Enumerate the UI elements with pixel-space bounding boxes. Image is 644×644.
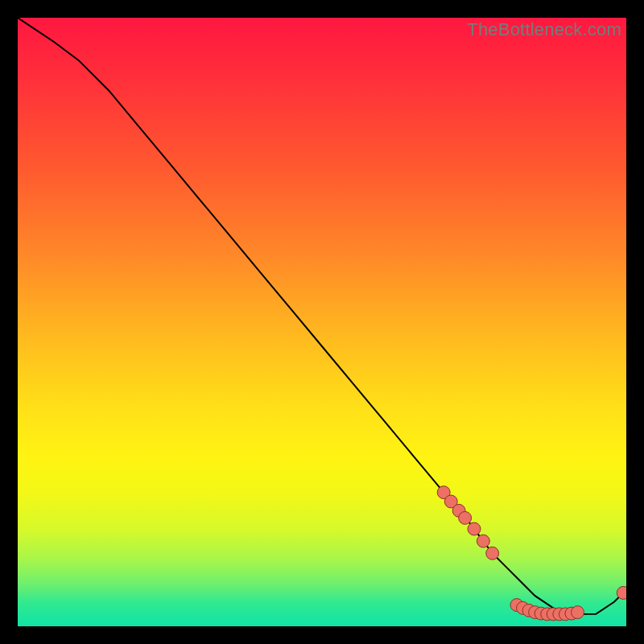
chart-overlay [18,18,626,626]
marker-layer [437,486,626,621]
data-point-marker [477,535,489,547]
plot-area: TheBottleneck.com [16,16,628,628]
data-point-marker [572,606,584,619]
data-point-marker [486,547,499,559]
chart-container: TheBottleneck.com [0,0,644,644]
bottleneck-curve [18,18,626,614]
data-point-marker [468,522,481,535]
curve-layer [18,18,626,614]
data-point-marker [459,511,472,524]
data-point-marker [617,586,626,599]
watermark-text: TheBottleneck.com [467,19,621,40]
